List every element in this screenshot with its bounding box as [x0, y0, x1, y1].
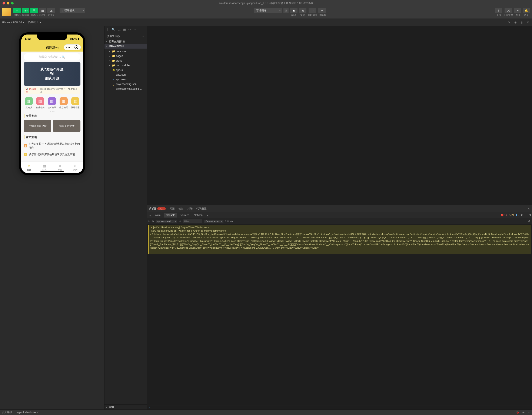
category-item[interactable]: ▦网站管家: [71, 97, 80, 109]
search-input[interactable]: 请输入搜索内容... 🔍: [24, 53, 80, 60]
more-icon[interactable]: ⋯: [133, 28, 136, 31]
console-play-icon[interactable]: ▷: [149, 220, 150, 223]
tree-folder[interactable]: ▸📁pages: [104, 54, 147, 58]
explorer-more-icon[interactable]: ⋯: [142, 35, 144, 38]
project-root[interactable]: ▾MP-WEIXIN: [104, 44, 147, 49]
tab-wxml[interactable]: Wxml: [152, 213, 163, 217]
top-list-item[interactable]: 1向大家汇报一下近期更新情况以及后续更新的方向: [21, 140, 83, 151]
tab-output[interactable]: 输出: [179, 207, 184, 210]
category-item[interactable]: ▦技术分享: [48, 97, 56, 109]
preview-button[interactable]: ◎预览: [299, 8, 306, 17]
gear-icon[interactable]: ⚙: [521, 214, 523, 217]
record-icon[interactable]: ◉: [514, 21, 517, 24]
minimize-window-button[interactable]: [7, 2, 9, 4]
visualize-toggle[interactable]: ▥可视化: [39, 8, 46, 17]
version-button[interactable]: ⎇版本管理: [504, 8, 513, 17]
inspect-icon[interactable]: ⟐: [148, 214, 152, 217]
tab-quality[interactable]: 代码质量: [196, 207, 207, 210]
notify-button[interactable]: 🔔消息: [523, 8, 530, 17]
mobile-icon[interactable]: ▯: [520, 21, 523, 24]
details-button[interactable]: ≡详情: [514, 8, 521, 17]
expand-icon[interactable]: ⤢: [528, 411, 530, 414]
warning-count[interactable]: ⚠ 21: [509, 214, 514, 217]
popout-icon[interactable]: ⧉: [526, 21, 530, 24]
console-filter-input[interactable]: [183, 219, 202, 223]
banner[interactable]: 从"爱好"开源 到 团队开源: [24, 62, 80, 86]
levels-select[interactable]: Default levels: [204, 220, 223, 223]
open-editors-section[interactable]: ▸打开的编辑器: [104, 39, 147, 44]
hidden-count[interactable]: 2 hidden: [225, 220, 234, 223]
topic-card[interactable]: 生活本是碎碎念: [24, 120, 51, 132]
close-icon[interactable]: ✕: [528, 207, 530, 210]
mini-program-capsule[interactable]: [64, 44, 81, 50]
explorer-panel: 🗎 🔍 ⎇ ▦ ▭ ⋯ 资源管理器 ⋯ ▸打开的编辑器 ▾MP-WEIXIN ▸…: [104, 26, 147, 409]
status-path[interactable]: pages/index/index: [16, 411, 36, 414]
top-list-item[interactable]: 2关于新增源码库的使用说明以及注意事项: [21, 151, 83, 158]
more-tabs-icon[interactable]: »: [206, 214, 210, 217]
console-clear-icon[interactable]: ⊘: [152, 220, 154, 223]
user-avatar[interactable]: [2, 8, 11, 16]
announcement-bar[interactable]: 📢 网站公告: WordPress用户端小程序，免费又开源: [24, 87, 80, 94]
tree-folder[interactable]: ▸📁uni_modules: [104, 63, 147, 68]
tab-item[interactable]: ⌂首页: [21, 162, 37, 173]
error-count[interactable]: ⛔ 19: [501, 214, 507, 217]
category-item[interactable]: ▦创业相关: [36, 97, 45, 109]
console-warning-entry[interactable]: ▲[WXML Runtime warning] ./pages/ZhuanTi/…: [148, 225, 531, 254]
tree-file[interactable]: ≡app.wxss: [104, 77, 147, 82]
app-body[interactable]: 请输入搜索内容... 🔍 从"爱好"开源 到 团队开源 📢 网站公告: Word…: [21, 51, 83, 161]
maximize-window-button[interactable]: [11, 2, 14, 4]
tree-file[interactable]: {}project.config.json: [104, 82, 147, 87]
tab-terminal[interactable]: 终端: [188, 207, 193, 210]
search-icon[interactable]: 🔍: [112, 28, 115, 31]
compile-config-icon[interactable]: ⚙: [284, 8, 289, 13]
eye-icon[interactable]: 👁: [179, 220, 181, 223]
tab-debugger[interactable]: 调试器 19, 21: [149, 207, 166, 210]
category-item[interactable]: ▦生活随写: [59, 97, 68, 109]
category-item[interactable]: ▦泛知识: [25, 97, 33, 109]
compile-button[interactable]: ◉编译: [290, 8, 297, 17]
context-select[interactable]: appservice (#1): [156, 220, 177, 223]
tab-network[interactable]: Network: [192, 213, 205, 217]
dock-icon[interactable]: ◨: [529, 214, 531, 217]
topic-card[interactable]: 我本是创业者: [53, 120, 80, 132]
tab-console[interactable]: Console: [164, 213, 177, 217]
kebab-icon[interactable]: ⋮: [524, 214, 527, 217]
debug-icon[interactable]: ▭: [128, 28, 131, 31]
cloud-toggle[interactable]: ☁云开发: [47, 8, 55, 17]
titlebar: wordpress-xiaochengxu-yonghuduan_1.0.9 -…: [0, 0, 532, 6]
chevron-up-icon[interactable]: ⌃: [523, 207, 526, 210]
tree-folder[interactable]: ▸📁common: [104, 49, 147, 54]
clear-cache-button[interactable]: ≋清缓存: [318, 8, 326, 17]
tab-sources[interactable]: Sources: [178, 213, 191, 217]
console-prompt[interactable]: ›: [147, 405, 532, 409]
branch-icon[interactable]: ⎇: [117, 28, 121, 31]
console-output[interactable]: ▲[WXML Runtime warning] ./pages/ZhuanTi/…: [147, 224, 532, 405]
tree-file[interactable]: JSapp.js: [104, 68, 147, 72]
bug-icon[interactable]: 🐞: [516, 411, 519, 414]
tree-file[interactable]: {}app.json: [104, 72, 147, 77]
files-icon[interactable]: 🗎: [106, 28, 109, 31]
capsule-menu-icon[interactable]: [66, 47, 70, 48]
extensions-icon[interactable]: ▦: [123, 28, 126, 31]
close-window-button[interactable]: [2, 2, 5, 4]
console-gear-icon[interactable]: ⚙: [528, 220, 530, 223]
tree-folder[interactable]: ▸📁static: [104, 58, 147, 63]
debugger-toggle[interactable]: ⧉调试器: [30, 8, 38, 17]
eye-icon[interactable]: 👁: [522, 411, 525, 414]
outline-section[interactable]: ▸大纲: [104, 404, 147, 409]
tab-item[interactable]: ☺我的: [68, 162, 83, 173]
refresh-icon[interactable]: ⟳: [507, 21, 511, 24]
tree-file[interactable]: {}project.private.config...: [104, 87, 147, 91]
mode-select[interactable]: 小程序模式: [60, 8, 85, 13]
editor-toggle[interactable]: </>编辑器: [22, 8, 29, 17]
copy-icon[interactable]: ⧉: [38, 411, 39, 414]
upload-button[interactable]: ⇪上传: [495, 8, 502, 17]
capsule-close-icon[interactable]: [75, 45, 78, 49]
info-count[interactable]: ▮ 5: [516, 214, 519, 217]
device-label[interactable]: iPhone X 85% 16: [2, 21, 22, 24]
simulator-toggle[interactable]: ▭模拟器: [13, 8, 21, 17]
compile-select[interactable]: 普通编译: [254, 8, 282, 13]
hot-reload-label[interactable]: 热重载 开: [28, 20, 39, 24]
tab-problems[interactable]: 问题: [170, 207, 175, 210]
real-debug-button[interactable]: ⇄真机调试: [308, 8, 317, 17]
